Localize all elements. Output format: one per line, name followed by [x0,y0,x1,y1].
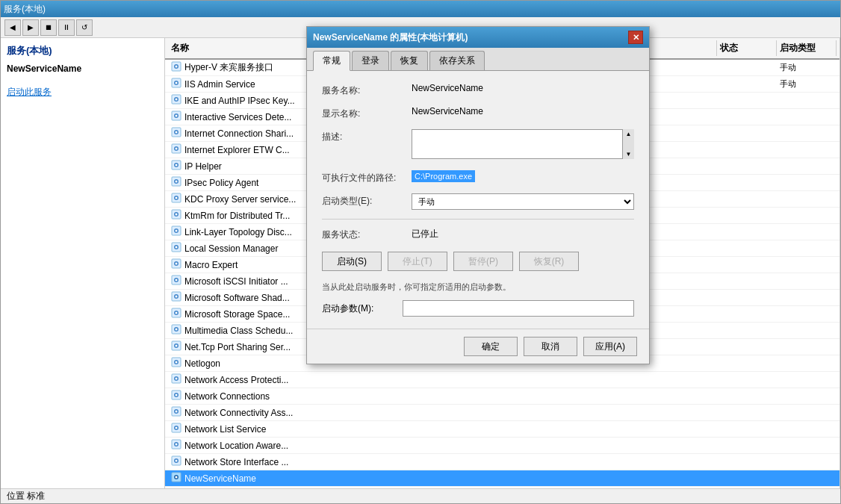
svg-point-8 [176,99,178,101]
dialog-title: NewServiceName 的属性(本地计算机) [313,31,468,44]
service-startup-cell [777,116,837,118]
service-name-text: IIS Admin Service [184,79,255,90]
service-name-text: Hyper-V 来宾服务接口 [184,61,273,74]
list-row[interactable]: NewServiceName [165,470,840,487]
tab-login[interactable]: 登录 [352,51,389,70]
service-name-cell: Microsoft Storage Space... [168,307,317,321]
service-startup-cell [777,314,837,315]
stop-button[interactable]: 停止(T) [388,252,447,271]
dialog-close-button[interactable]: ✕ [628,31,643,44]
service-name-text: Netlogon [184,358,220,369]
service-status-cell [717,84,777,85]
header-startup[interactable]: 启动类型 [777,40,837,56]
service-name-cell: Multimedia Class Schedu... [168,323,317,337]
service-icon [171,423,181,433]
start-button[interactable]: 启动(S) [322,252,382,271]
apply-button[interactable]: 应用(A) [583,337,637,356]
list-row[interactable]: Network Access Protecti... [165,372,840,388]
service-icon [171,275,181,285]
service-startup-cell [777,100,837,102]
description-label: 描述: [322,129,412,143]
service-name-cell: Macro Expert [168,258,317,272]
tab-recovery[interactable]: 恢复 [391,51,428,70]
service-icon [171,242,181,252]
startup-type-select[interactable]: 手动 自动 禁用 自动(延迟启动) [412,193,634,210]
toolbar-btn-2[interactable]: ▶ [22,19,39,36]
list-row[interactable]: Network Location Aware... [165,438,840,454]
display-name-row: 显示名称: NewServiceName [322,106,634,120]
service-name-label: 服务名称: [322,83,412,97]
service-status-cell [717,133,777,134]
toolbar-btn-3[interactable]: ⏹ [40,19,57,36]
properties-dialog: NewServiceName 的属性(本地计算机) ✕ 常规 登录 恢复 依存关… [306,26,650,364]
service-status-cell [717,396,777,397]
service-startup-cell [777,264,837,266]
start-service-link[interactable]: 启动此服务 [7,87,52,97]
service-desc-cell [317,461,717,463]
selected-service-label: NewServiceName [7,63,158,74]
toolbar-btn-1[interactable]: ◀ [4,19,21,36]
service-name-text: KDC Proxy Server service... [184,194,296,205]
dialog-tabs: 常规 登录 恢复 依存关系 [307,48,649,71]
service-name-text: Network Connectivity Ass... [184,408,293,418]
startup-type-row: 启动类型(E): 手动 自动 禁用 自动(延迟启动) [322,193,634,210]
service-status-cell [717,314,777,315]
service-name-cell: IKE and AuthIP IPsec Key... [168,93,317,108]
param-input[interactable] [403,300,634,317]
list-row[interactable]: Network Store Interface ... [165,454,840,470]
svg-point-50 [176,329,178,331]
service-name-text: Network List Service [184,424,266,435]
tab-general[interactable]: 常规 [313,51,350,71]
svg-point-47 [176,312,178,314]
service-status-cell [717,149,777,151]
service-icon [171,340,181,351]
service-status-cell [717,281,777,282]
ok-button[interactable]: 确定 [464,337,518,356]
service-name-text: Link-Layer Topology Disc... [184,227,292,237]
service-desc-cell [317,478,717,479]
svg-point-17 [176,148,178,150]
service-name-cell: Microsoft iSCSI Initiator ... [168,274,317,288]
list-row[interactable]: Network Connections [165,388,840,405]
hint-text: 当从此处启动服务时，你可指定所适用的启动参数。 [322,281,634,293]
service-status-cell [717,478,777,479]
tab-dependencies[interactable]: 依存关系 [429,51,485,70]
param-row: 启动参数(M): [322,300,634,317]
service-name-text: Internet Connection Shari... [184,128,294,139]
pause-button[interactable]: 暂停(P) [453,252,513,271]
toolbar-btn-5[interactable]: ↺ [76,19,93,36]
svg-point-59 [176,378,178,380]
exec-path-row: 可执行文件的路径: C:\Program.exe [322,170,634,184]
svg-point-56 [176,361,178,364]
service-icon [171,439,181,449]
description-textarea[interactable] [412,129,634,159]
service-startup-cell [777,396,837,397]
scroll-up-btn[interactable]: ▲ [626,131,632,137]
service-name-cell: KDC Proxy Server service... [168,192,317,206]
svg-point-68 [176,427,178,429]
header-status[interactable]: 状态 [717,40,777,56]
resume-button[interactable]: 恢复(R) [519,252,579,271]
service-desc-cell [317,429,717,430]
service-status-cell [717,363,777,364]
service-status-value: 已停止 [412,228,634,240]
service-name-cell: Network Store Interface ... [168,455,317,469]
service-status-cell [717,67,777,69]
list-row[interactable]: Network List Service [165,421,840,438]
service-status-cell [717,297,777,299]
service-name-text: Microsoft Software Shad... [184,293,290,303]
header-name[interactable]: 名称 [168,40,317,56]
service-icon [171,390,181,400]
svg-point-29 [176,214,178,216]
service-startup-cell [777,133,837,134]
service-status-cell [717,445,777,447]
scroll-down-btn[interactable]: ▼ [626,151,632,158]
dialog-body: 服务名称: NewServiceName 显示名称: NewServiceNam… [307,71,649,329]
cancel-button[interactable]: 取消 [524,337,577,356]
svg-point-41 [176,279,178,281]
service-icon [171,94,181,105]
toolbar-btn-4[interactable]: ⏸ [58,19,75,36]
service-startup-cell [777,330,837,332]
list-row[interactable]: Network Connectivity Ass... [165,405,840,421]
service-startup-cell [777,412,837,414]
